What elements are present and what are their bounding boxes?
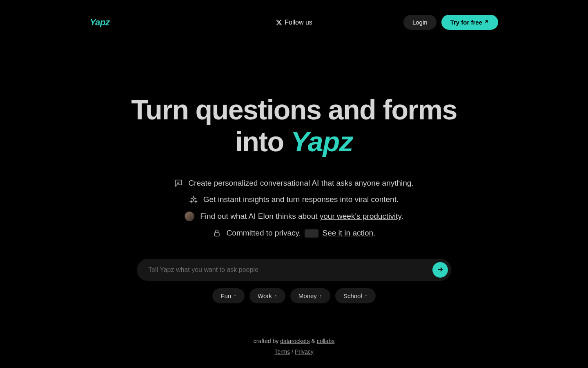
chip-label: School xyxy=(343,292,362,299)
arrow-up-icon: ↑ xyxy=(319,293,322,299)
chip-fun[interactable]: Fun ↑ xyxy=(212,288,245,303)
footer-sep: / xyxy=(290,348,295,355)
feature-text: Committed to privacy. See it in action. xyxy=(227,229,376,238)
feature-prefix: Find out what AI Elon thinks about xyxy=(200,212,320,220)
footer: crafted by datarockets & collabs Terms /… xyxy=(0,338,588,355)
avatar-icon xyxy=(185,211,194,221)
crafted-by: crafted by datarockets & collabs xyxy=(0,338,588,344)
hero-brand: Yapz xyxy=(291,126,353,157)
header-actions: Login Try for free xyxy=(403,15,498,30)
chip-row: Fun ↑ Work ↑ Money ↑ School ↑ xyxy=(0,288,588,303)
arrow-up-right-icon xyxy=(483,19,489,26)
follow-us-label: Follow us xyxy=(285,19,312,26)
x-twitter-icon xyxy=(276,19,282,26)
collabs-link[interactable]: collabs xyxy=(317,338,335,344)
chip-label: Money xyxy=(298,292,317,299)
crafted-prefix: crafted by xyxy=(254,338,280,344)
feature-prefix: Committed to privacy. xyxy=(227,229,303,237)
hero-line1: Turn questions and forms xyxy=(131,94,457,125)
message-square-icon xyxy=(174,179,183,187)
feature-item: Find out what AI Elon thinks about your … xyxy=(185,211,403,221)
header: Yapz Follow us Login Try for free xyxy=(0,0,588,45)
sparkles-icon xyxy=(189,195,198,204)
crafted-mid: & xyxy=(310,338,317,344)
productivity-link[interactable]: your week's productivity xyxy=(320,212,401,220)
prompt-input[interactable] xyxy=(148,266,432,274)
video-thumb-icon xyxy=(305,229,318,238)
feature-text: Find out what AI Elon thinks about your … xyxy=(200,212,403,221)
feature-text: Create personalized conversational AI th… xyxy=(188,179,413,188)
arrow-up-icon: ↑ xyxy=(274,293,277,299)
see-action-link[interactable]: See it in action xyxy=(322,229,373,237)
hero-line2-prefix: into xyxy=(235,126,291,157)
feature-item: Committed to privacy. See it in action. xyxy=(213,229,376,238)
follow-us-link[interactable]: Follow us xyxy=(276,19,312,26)
login-button[interactable]: Login xyxy=(403,15,437,30)
terms-link[interactable]: Terms xyxy=(274,348,290,355)
prompt-bar xyxy=(137,259,451,281)
svg-rect-0 xyxy=(214,233,219,236)
arrow-up-icon: ↑ xyxy=(234,293,236,299)
hero-title: Turn questions and forms into Yapz xyxy=(0,94,588,157)
feature-item: Get instant insights and turn responses … xyxy=(189,195,399,204)
feature-suffix: . xyxy=(373,229,375,237)
feature-item: Create personalized conversational AI th… xyxy=(174,179,413,188)
footer-links: Terms / Privacy xyxy=(0,348,588,355)
chip-school[interactable]: School ↑ xyxy=(335,288,376,303)
chip-label: Fun xyxy=(220,292,231,299)
logo[interactable]: Yapz xyxy=(90,17,110,28)
feature-suffix: . xyxy=(401,212,403,220)
feature-list: Create personalized conversational AI th… xyxy=(0,179,588,238)
chip-money[interactable]: Money ↑ xyxy=(290,288,330,303)
chip-label: Work xyxy=(258,292,272,299)
try-free-button[interactable]: Try for free xyxy=(441,15,498,30)
datarockets-link[interactable]: datarockets xyxy=(280,338,310,344)
privacy-link[interactable]: Privacy xyxy=(295,348,314,355)
lock-icon xyxy=(213,229,221,237)
feature-text: Get instant insights and turn responses … xyxy=(203,195,399,204)
chip-work[interactable]: Work ↑ xyxy=(249,288,285,303)
arrow-right-icon xyxy=(437,266,444,274)
arrow-up-icon: ↑ xyxy=(365,293,368,299)
hero: Turn questions and forms into Yapz Creat… xyxy=(0,94,588,303)
submit-button[interactable] xyxy=(432,262,448,278)
cta-label: Try for free xyxy=(450,19,482,26)
